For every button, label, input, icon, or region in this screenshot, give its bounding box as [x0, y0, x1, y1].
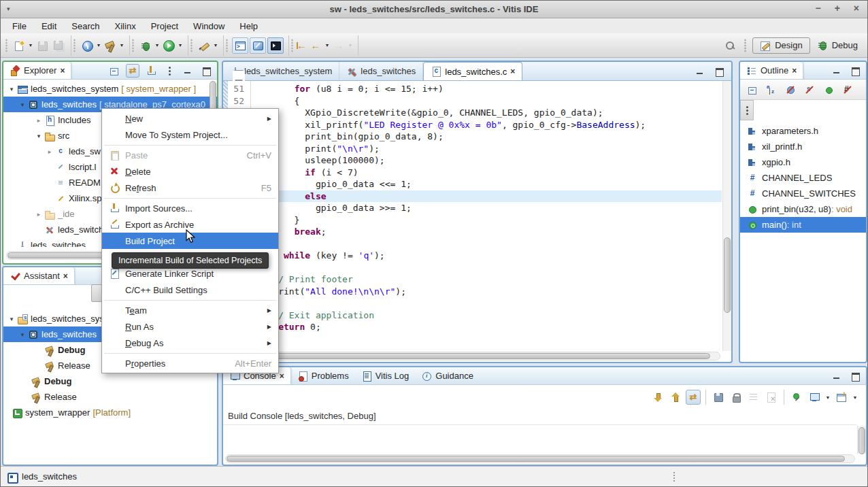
search-button[interactable]	[722, 37, 738, 54]
filter-icon-button[interactable]	[841, 83, 854, 97]
outline-item[interactable]: CHANNEL_SWITCHES	[740, 186, 866, 201]
perspective-design[interactable]: Design	[752, 37, 809, 54]
hide-static-icon-button[interactable]	[803, 83, 816, 97]
tab-assistant[interactable]: Assistant	[3, 267, 75, 284]
menu-item-team[interactable]: Team▶	[102, 302, 278, 318]
collapse-all-icon-button[interactable]	[107, 64, 121, 78]
program-fpga-icon-button[interactable]	[250, 37, 266, 54]
chevron-expanded-icon[interactable]	[6, 86, 17, 93]
statusbar-drag-handle[interactable]	[673, 471, 675, 483]
assistant-tree-item[interactable]: system_wrapper [Platform]	[3, 405, 217, 420]
menu-xilinx[interactable]: Xilinx	[107, 20, 144, 33]
scroll-up-icon-button[interactable]	[668, 390, 683, 405]
chevron-collapsed-icon[interactable]	[33, 117, 44, 124]
minimize-icon-button[interactable]	[830, 64, 844, 78]
editor-vscrollbar[interactable]	[722, 81, 731, 351]
view-menu-icon-button[interactable]	[163, 64, 176, 78]
target-connection-icon-button[interactable]	[79, 37, 95, 54]
chevron-down-icon[interactable]	[212, 43, 219, 48]
menu-help[interactable]: Help	[232, 20, 265, 33]
menu-item-import-sources-[interactable]: Import Sources...	[102, 200, 278, 216]
chevron-down-icon[interactable]	[27, 43, 34, 48]
menu-file[interactable]: File	[5, 20, 34, 33]
maximize-icon-button[interactable]	[712, 65, 726, 78]
back-history-icon-button[interactable]: ←	[297, 40, 307, 51]
follow-output-icon-button[interactable]	[686, 390, 701, 405]
close-icon[interactable]	[510, 67, 515, 76]
serial-terminal-icon-button[interactable]	[267, 37, 284, 54]
menu-item-delete[interactable]: Delete	[102, 163, 278, 180]
close-icon[interactable]: ×	[854, 3, 859, 14]
outline-item[interactable]: xparameters.h	[740, 123, 866, 139]
menu-search[interactable]: Search	[64, 20, 107, 33]
outline-item[interactable]: CHANNEL_LEDS	[740, 170, 866, 186]
menu-edit[interactable]: Edit	[34, 20, 64, 33]
hide-non-public-icon-button[interactable]	[822, 83, 835, 97]
debug-icon-button[interactable]	[137, 37, 154, 54]
menu-item-refresh[interactable]: RefreshF5	[102, 180, 278, 196]
display-console-icon-button[interactable]	[807, 390, 822, 405]
hide-fields-icon-button[interactable]	[784, 83, 797, 97]
save-output-icon-button[interactable]	[711, 390, 726, 405]
minimize-icon[interactable]: −	[815, 3, 820, 14]
menu-item-debug-as[interactable]: Debug As▶	[102, 335, 278, 351]
menu-project[interactable]: Project	[144, 20, 186, 33]
minimize-icon-button[interactable]	[830, 369, 844, 383]
open-console-icon-button[interactable]	[834, 390, 849, 405]
chevron-collapsed-icon[interactable]	[44, 148, 55, 155]
editor-tab-leds_switches_system[interactable]: leds_switches_system	[223, 62, 339, 80]
run-icon-button[interactable]	[161, 37, 177, 54]
outline-item[interactable]: main() : int	[740, 217, 866, 233]
tab-outline[interactable]: Outline	[740, 62, 803, 79]
outline-view-menu[interactable]	[740, 100, 754, 120]
sort-icon-button[interactable]	[765, 83, 778, 97]
outline-item[interactable]: xgpio.h	[740, 154, 866, 170]
link-editor-icon-button[interactable]	[126, 64, 139, 78]
menu-item-c-c-build-settings[interactable]: C/C++ Build Settings	[102, 282, 278, 298]
sync-selection-icon-button[interactable]	[144, 64, 158, 78]
outline-item[interactable]: print_bin(u32, u8) : void	[740, 201, 866, 217]
chevron-collapsed-icon[interactable]	[33, 211, 44, 218]
chevron-down-icon[interactable]	[324, 43, 331, 48]
tab-explorer[interactable]: Explorer	[3, 62, 71, 79]
chevron-down-icon[interactable]	[177, 43, 184, 48]
editor-tab-leds_switches-c[interactable]: leds_switches.c	[423, 62, 522, 80]
maximize-icon[interactable]: +	[835, 3, 840, 14]
console-hscrollbar[interactable]	[225, 454, 855, 463]
chevron-expanded-icon[interactable]	[6, 316, 17, 322]
explorer-tree-item[interactable]: leds_switches_system [ system_wrapper ]	[3, 81, 217, 97]
perspective-debug[interactable]: Debug	[810, 38, 865, 53]
chevron-down-icon[interactable]	[118, 43, 125, 48]
menu-item-run-as[interactable]: Run As▶	[102, 318, 278, 335]
tab-vitis-log[interactable]: Vitis Log	[355, 367, 416, 384]
chevron-down-icon[interactable]	[95, 43, 102, 48]
chevron-expanded-icon[interactable]	[17, 331, 28, 338]
console-vscrollbar[interactable]	[857, 426, 866, 454]
build-icon-button[interactable]	[102, 37, 118, 54]
outline-item[interactable]: xil_printf.h	[740, 139, 866, 154]
close-icon[interactable]	[280, 371, 284, 381]
minimize-icon-button[interactable]	[693, 65, 707, 78]
chevron-down-icon[interactable]	[154, 43, 161, 48]
collapse-all-icon-button[interactable]	[746, 83, 759, 97]
scroll-down-icon-button[interactable]	[650, 390, 665, 405]
assistant-tree-item[interactable]: Debug	[3, 373, 217, 389]
editor-tab-leds_switches[interactable]: leds_switches	[339, 62, 423, 80]
menu-item-new[interactable]: New▶	[102, 110, 278, 127]
menu-item-move-to-system-project-[interactable]: Move To System Project...	[102, 127, 278, 143]
scroll-lock-icon-button[interactable]	[729, 390, 744, 405]
close-icon[interactable]	[63, 271, 68, 281]
menu-window[interactable]: Window	[186, 20, 232, 33]
code-editor[interactable]: 51 for (u8 i = 0; i <= 15; i++)52 {53 XG…	[223, 81, 722, 351]
menu-item-paste[interactable]: PasteCtrl+V	[102, 147, 278, 163]
tab-problems[interactable]: Problems	[291, 367, 355, 384]
close-icon[interactable]	[792, 66, 797, 75]
maximize-icon-button[interactable]	[199, 64, 213, 78]
pin-console-icon-button[interactable]	[789, 390, 804, 405]
tab-guidance[interactable]: Guidance	[415, 367, 480, 384]
maximize-icon-button[interactable]	[848, 64, 862, 78]
chevron-expanded-icon[interactable]	[33, 133, 44, 139]
chevron-down-icon[interactable]	[852, 395, 858, 400]
menu-item-properties[interactable]: PropertiesAlt+Enter	[102, 355, 278, 371]
terminal-icon-button[interactable]	[232, 37, 248, 54]
